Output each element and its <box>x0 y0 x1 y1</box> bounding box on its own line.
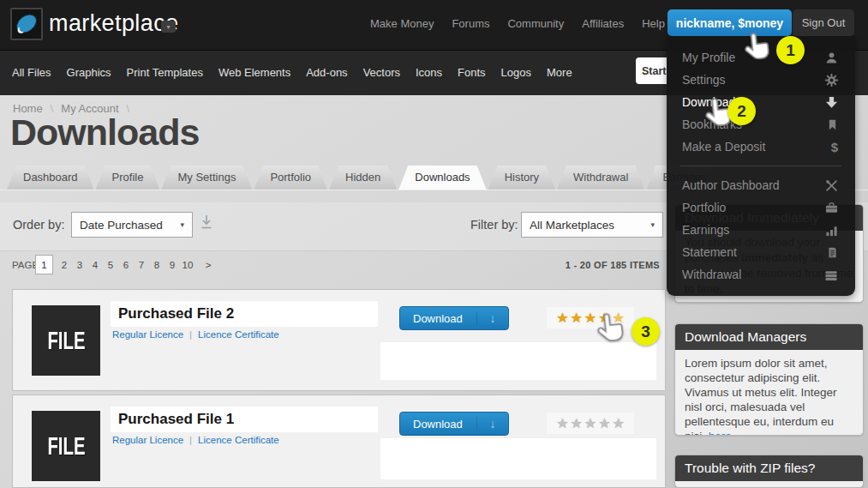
nav-community[interactable]: Community <box>507 17 564 30</box>
licence-certificate-link[interactable]: Licence Certificate <box>198 329 279 340</box>
nav-help[interactable]: Help <box>642 17 665 30</box>
tab-profile[interactable]: Profile <box>96 166 160 190</box>
menu-item-label: My Profile <box>682 51 735 64</box>
tab-withdrawal[interactable]: Withdrawal <box>557 166 644 190</box>
sign-out-button[interactable]: Sign Out <box>793 9 854 36</box>
sidebar-box-body: Lorem ipsum dolor sit amet, consectetur … <box>675 350 863 436</box>
filter-by-value: All Marketplaces <box>530 219 614 232</box>
download-list-icon[interactable] <box>200 214 213 235</box>
star-icon[interactable]: ★ <box>598 415 610 431</box>
filter-by-select[interactable]: All Marketplaces ▾ <box>521 212 663 238</box>
menu-item-make-a-deposit[interactable]: Make a Deposit $ <box>667 136 855 158</box>
menu-item-downloads[interactable]: Downloads <box>667 91 855 113</box>
order-by-label: Order by: <box>13 218 64 232</box>
page-current[interactable]: 1 <box>35 255 53 274</box>
cat-more[interactable]: More <box>547 66 572 79</box>
cat-fonts[interactable]: Fonts <box>458 66 486 79</box>
purchased-item-row: FILE Purchased File 1 Regular Licence|Li… <box>12 395 666 488</box>
cash-icon <box>824 268 838 281</box>
download-button-label: Download <box>400 312 476 325</box>
cat-add-ons[interactable]: Add-ons <box>306 66 347 79</box>
chevron-down-icon: ▾ <box>650 220 655 229</box>
menu-item-withdrawal[interactable]: Withdrawal <box>667 263 855 286</box>
download-arrow-icon: ↓ <box>476 417 508 431</box>
regular-licence-link[interactable]: Regular Licence <box>112 329 183 340</box>
page-number[interactable]: 3 <box>72 260 87 270</box>
star-icon[interactable]: ★ <box>584 415 596 431</box>
download-button[interactable]: Download ↓ <box>399 412 509 436</box>
menu-item-label: Settings <box>682 73 726 87</box>
page-number[interactable]: 2 <box>57 260 72 270</box>
menu-item-portfolio[interactable]: Portfolio <box>667 196 855 219</box>
tab-history[interactable]: History <box>488 166 555 190</box>
cursor-icon <box>740 29 776 65</box>
menu-item-label: Statement <box>682 245 737 259</box>
cat-vectors[interactable]: Vectors <box>363 66 400 79</box>
cat-print-templates[interactable]: Print Templates <box>127 66 203 79</box>
bookmark-icon <box>827 118 838 131</box>
page-number[interactable]: 9 <box>165 260 180 270</box>
file-thumbnail[interactable]: FILE <box>32 411 100 481</box>
cat-web-elements[interactable]: Web Elements <box>218 66 290 79</box>
licence-certificate-link[interactable]: Licence Certificate <box>198 435 279 445</box>
menu-item-statement[interactable]: Statement <box>667 241 855 263</box>
star-icon[interactable]: ★ <box>556 415 568 431</box>
nav-affiliates[interactable]: Affiliates <box>582 17 624 30</box>
page-next[interactable]: > <box>201 260 216 270</box>
account-dropdown-menu: My Profile Settings Downloads Bookmarks … <box>667 36 855 296</box>
menu-item-label: Withdrawal <box>682 268 741 281</box>
star-icon[interactable]: ★ <box>570 310 582 326</box>
menu-item-author-dashboard[interactable]: Author Dashboard <box>667 174 855 196</box>
menu-item-label: Author Dashboard <box>682 178 780 192</box>
download-button[interactable]: Download ↓ <box>399 306 509 330</box>
tab-my-settings[interactable]: My Settings <box>161 166 252 190</box>
step-badge-3: 3 <box>632 317 660 346</box>
statement-icon <box>827 246 838 259</box>
logo-dropdown-button[interactable]: ▾ <box>161 21 176 33</box>
page-number[interactable]: 10 <box>180 260 195 270</box>
tab-hidden[interactable]: Hidden <box>329 166 397 190</box>
menu-item-earnings[interactable]: Earnings <box>667 219 855 241</box>
nav-make-money[interactable]: Make Money <box>370 17 434 30</box>
start-selling-button[interactable]: Start S <box>636 57 667 84</box>
item-notes-area <box>380 342 656 380</box>
menu-item-settings[interactable]: Settings <box>667 69 855 91</box>
items-count-summary: 1 - 20 OF 185 ITEMS <box>566 260 660 270</box>
tab-downloads[interactable]: Downloads <box>398 166 486 190</box>
menu-item-bookmarks[interactable]: Bookmarks <box>667 113 855 136</box>
download-icon <box>825 96 838 109</box>
order-by-select[interactable]: Date Purchased ▾ <box>71 212 193 238</box>
cursor-icon <box>593 310 631 347</box>
star-icon[interactable]: ★ <box>570 415 582 431</box>
page-number[interactable]: 8 <box>149 260 165 270</box>
cat-graphics[interactable]: Graphics <box>67 66 111 79</box>
regular-licence-link[interactable]: Regular Licence <box>112 435 183 445</box>
page-number[interactable]: 7 <box>134 260 149 270</box>
dollar-icon: $ <box>831 140 838 154</box>
menu-item-label: Earnings <box>682 223 729 237</box>
category-nav: All Files Graphics Print Templates Web E… <box>12 50 572 94</box>
file-thumbnail[interactable]: FILE <box>32 305 100 376</box>
cat-icons[interactable]: Icons <box>416 66 442 79</box>
star-icon[interactable]: ★ <box>613 415 625 431</box>
cat-all-files[interactable]: All Files <box>12 66 51 79</box>
tab-dashboard[interactable]: Dashboard <box>7 166 94 190</box>
licence-links: Regular Licence|Licence Certificate <box>112 435 279 445</box>
logo-orb-icon <box>13 10 40 38</box>
tab-portfolio[interactable]: Portfolio <box>254 166 327 190</box>
here-link[interactable]: here <box>709 430 732 436</box>
star-icon[interactable]: ★ <box>556 310 568 326</box>
download-button-label: Download <box>400 418 476 431</box>
nav-forums[interactable]: Forums <box>452 17 489 30</box>
chevron-down-icon: ▾ <box>166 23 170 31</box>
menu-item-label: Portfolio <box>682 201 726 214</box>
page-number[interactable]: 6 <box>118 260 134 270</box>
step-badge-2: 2 <box>727 97 756 125</box>
page-number[interactable]: 4 <box>87 260 103 270</box>
licence-links: Regular Licence|Licence Certificate <box>112 329 279 340</box>
cat-logos[interactable]: Logos <box>501 66 531 79</box>
marketplace-logo[interactable] <box>10 8 43 40</box>
page-number[interactable]: 5 <box>103 260 118 270</box>
account-tabs: Dashboard Profile My Settings Portfolio … <box>7 166 723 190</box>
page: marketplace ▾ Make Money Forums Communit… <box>0 0 868 488</box>
